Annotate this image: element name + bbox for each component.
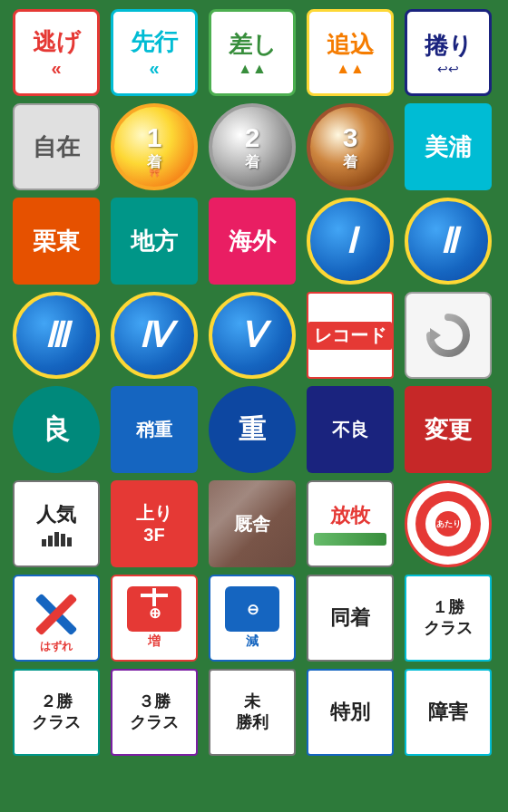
label-furyo: 不良 [332,418,368,442]
label-roman1: Ⅰ [346,221,356,261]
label-rank2-num: 2 [245,122,260,153]
xmark-icon [24,583,88,646]
badge-kaigai[interactable]: 海外 [209,198,296,285]
label-miura: 美浦 [425,131,472,163]
record-inner: レコード [308,322,392,350]
badge-unwin[interactable]: 未勝利 [209,669,296,756]
badge-furyo[interactable]: 不良 [307,386,394,473]
label-win2: ２勝クラス [32,691,81,734]
badge-atari[interactable]: あたり [405,480,492,567]
arrow-nige: « [51,58,61,79]
target-inner: あたり [435,511,461,536]
badge-jizai[interactable]: 自在 [13,103,100,190]
label-shougai: 障害 [428,699,468,726]
label-ritto: 栗東 [33,226,80,257]
label-houboku: 放牧 [330,502,370,529]
label-roman5: Ⅴ [240,315,264,355]
badge-ninki[interactable]: 人気 [13,480,100,567]
label-nige: 逃げ [33,26,81,58]
label-makuri: 捲り [425,30,473,62]
label-atari: あたり [436,518,461,530]
target-mid: あたり [425,501,471,546]
badge-dochaku[interactable]: 同着 [307,575,394,662]
label-dochaku: 同着 [330,604,370,632]
badge-win1[interactable]: １勝クラス [405,575,492,662]
badge-makuri[interactable]: 捲り ↩↩ [405,9,492,96]
label-senkou: 先行 [131,26,178,58]
label-nobori: 上り3F [136,502,172,546]
scale-minus-icon: ⊖ [225,586,279,632]
label-kyusha: 厩舎 [234,512,270,536]
badge-senkou[interactable]: 先行 « [111,9,198,96]
badge-gensen[interactable]: ⊖ 減 [209,575,296,662]
badge-hazure[interactable]: はずれ [13,575,100,662]
badge-rank1[interactable]: 1 着 🎀 [111,103,198,190]
badge-grid: 逃げ « 先行 « 差し ▲▲ 追込 ▲▲ 捲り ↩↩ 自在 1 着 🎀 2 着… [13,9,495,756]
label-ryo: 良 [43,411,70,449]
badge-roman1[interactable]: Ⅰ [307,198,394,285]
arrow-senkou: « [149,58,159,79]
badge-sashi[interactable]: 差し ▲▲ [209,9,296,96]
svg-marker-0 [430,328,441,343]
label-chiho: 地方 [131,226,178,257]
arrow-makuri: ↩↩ [437,62,459,76]
badge-win2[interactable]: ２勝クラス [13,669,100,756]
badge-yaiya[interactable]: 稍重 [111,386,198,473]
badge-houboku[interactable]: 放牧 [307,480,394,567]
label-roman4: Ⅳ [139,315,171,355]
label-yaiya: 稍重 [136,418,172,442]
badge-roman3[interactable]: Ⅲ [13,292,100,379]
label-henkou: 変更 [425,414,472,446]
badge-roman4[interactable]: Ⅳ [111,292,198,379]
label-rank3-num: 3 [343,122,358,153]
label-gensen: 減 [246,633,259,650]
label-win3: ３勝クラス [130,691,179,734]
badge-roman5[interactable]: Ⅴ [209,292,296,379]
label-rank1-num: 1 [147,122,162,153]
label-sashi: 差し [229,29,277,61]
arrow-sashi: ▲▲ [238,61,267,77]
reload-icon [421,308,475,362]
label-win1: １勝クラス [424,597,473,640]
label-rank3: 着 [343,153,357,172]
target-outer: あたり [415,491,481,556]
label-tokubetsu: 特別 [330,699,370,726]
label-unwin: 未勝利 [236,691,269,734]
label-roman2: Ⅱ [440,221,457,261]
label-jizai: 自在 [33,131,80,163]
badge-miura[interactable]: 美浦 [405,103,492,190]
label-record: レコード [314,325,386,345]
label-roman3: Ⅲ [44,315,68,355]
badge-rank3[interactable]: 3 着 [307,103,394,190]
label-rank2: 着 [245,153,259,172]
badge-tokubetsu[interactable]: 特別 [307,669,394,756]
label-ninki: 人気 [36,501,76,528]
badge-zougen[interactable]: ⊕ 増 [111,575,198,662]
badge-ju[interactable]: 重 [209,386,296,473]
badge-chiho[interactable]: 地方 [111,198,198,285]
badge-nobori[interactable]: 上り3F [111,480,198,567]
badge-oikomi[interactable]: 追込 ▲▲ [307,9,394,96]
scale-plus-icon: ⊕ [127,586,181,632]
badge-win3[interactable]: ３勝クラス [111,669,198,756]
badge-roman2[interactable]: Ⅱ [405,198,492,285]
badge-record[interactable]: レコード [307,292,394,379]
badge-rank2[interactable]: 2 着 [209,103,296,190]
badge-nige[interactable]: 逃げ « [13,9,100,96]
badge-ryo[interactable]: 良 [13,386,100,473]
ninki-graph [42,528,72,546]
label-oikomi: 追込 [327,29,374,61]
badge-kyusha[interactable]: 厩舎 [209,480,296,567]
badge-shougai[interactable]: 障害 [405,669,492,756]
label-ju: 重 [239,411,266,449]
arrow-oikomi: ▲▲ [336,61,365,77]
grass-icon [314,533,386,546]
badge-henkou[interactable]: 変更 [405,386,492,473]
badge-ritto[interactable]: 栗東 [13,198,100,285]
badge-reload[interactable] [405,292,492,379]
label-zougen: 増 [148,633,161,650]
label-kaigai: 海外 [229,226,276,257]
